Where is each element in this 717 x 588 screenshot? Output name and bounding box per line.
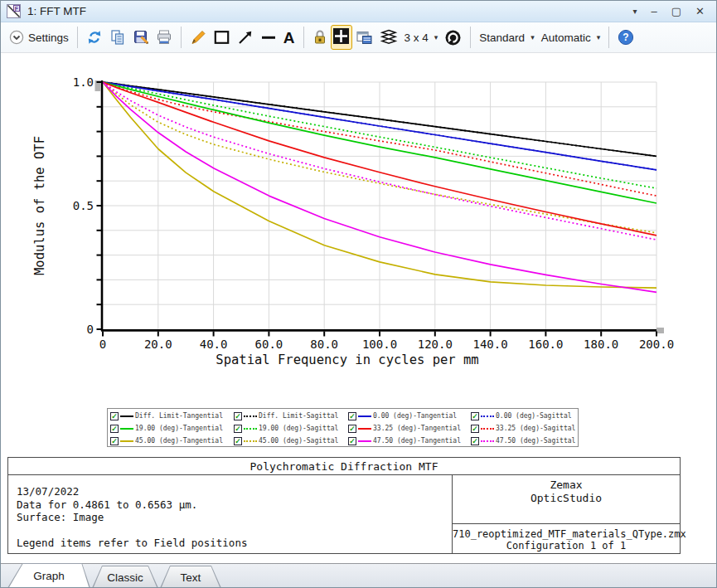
svg-text:1.0: 1.0: [73, 75, 94, 89]
chevron-down-icon: ▾: [597, 33, 601, 41]
separator: [608, 27, 609, 48]
lock-icon: [312, 29, 327, 46]
lens-file-name: 710_reoptimized_MTF_materials_QType.zmx: [453, 528, 680, 540]
legend-item: ✓33.25 (deg)-Sagittal: [471, 425, 582, 433]
analysis-info-table: Polychromatic Diffraction MTF 13/07/2022…: [7, 457, 681, 554]
rectangle-icon: [213, 29, 230, 46]
legend-swatch: [481, 440, 494, 442]
split-view-button-active[interactable]: [331, 25, 352, 50]
configuration-label: Configuration 1 of 1: [453, 540, 680, 552]
legend-label: 45.00 (deg)-Tangential: [135, 437, 223, 445]
svg-text:Modulus of the OTF: Modulus of the OTF: [32, 136, 47, 275]
titlebar: F 1: FFT MTF ▾ – ▢ ✕: [1, 1, 716, 22]
print-button[interactable]: [153, 27, 176, 47]
window-menu-button[interactable]: ▾: [633, 7, 637, 16]
separator: [470, 27, 471, 48]
legend-checkbox[interactable]: ✓: [471, 412, 479, 420]
legend-item: ✓45.00 (deg)-Tangential: [110, 437, 234, 445]
legend-swatch: [358, 415, 371, 417]
svg-text:F: F: [15, 6, 19, 12]
legend-checkbox[interactable]: ✓: [234, 412, 242, 420]
legend-label: 19.00 (deg)-Sagittal: [259, 425, 338, 432]
legend-item: ✓19.00 (deg)-Sagittal: [234, 425, 348, 433]
mtf-plot: 020.040.060.080.0100.0120.0140.0160.0180…: [1, 70, 717, 385]
svg-text:100.0: 100.0: [362, 338, 397, 351]
close-button[interactable]: ✕: [695, 6, 705, 17]
tab-classic[interactable]: Classic: [92, 566, 158, 588]
svg-text:?: ?: [623, 32, 629, 43]
pencil-tool-button[interactable]: [187, 27, 210, 47]
legend-label: 47.50 (deg)-Sagittal: [496, 437, 575, 445]
text-tool-button[interactable]: A: [280, 28, 298, 47]
arrow-icon: [237, 29, 254, 46]
legend-checkbox[interactable]: ✓: [348, 412, 356, 420]
settings-label: Settings: [28, 32, 69, 44]
settings-button[interactable]: Settings: [6, 28, 72, 46]
legend-checkbox[interactable]: ✓: [348, 425, 356, 433]
analysis-details: 13/07/2022 Data for 0.4861 to 0.6563 µm.…: [8, 475, 453, 553]
toolbar: Settings: [1, 22, 716, 53]
automatic-dropdown[interactable]: Automatic ▾: [538, 30, 604, 46]
legend-checkbox[interactable]: ✓: [110, 437, 119, 445]
refresh-icon: [86, 29, 103, 46]
save-button[interactable]: [129, 27, 153, 47]
lock-button[interactable]: [309, 27, 331, 47]
maximize-button[interactable]: ▢: [671, 6, 681, 17]
legend-checkbox[interactable]: ✓: [110, 412, 119, 420]
save-icon: [133, 29, 149, 46]
layers-button[interactable]: [376, 27, 401, 47]
brand-line2: OpticStudio: [453, 492, 680, 505]
legend-label: 47.50 (deg)-Tangential: [373, 437, 461, 445]
copy-button[interactable]: [106, 27, 129, 47]
legend-label: 45.00 (deg)-Sagittal: [259, 437, 338, 445]
legend-checkbox[interactable]: ✓: [471, 425, 479, 433]
tab-text-label: Text: [162, 566, 220, 588]
text-icon: A: [283, 30, 295, 46]
legend-label: 33.25 (deg)-Tangential: [373, 425, 461, 432]
legend-checkbox[interactable]: ✓: [348, 437, 356, 445]
window-icon: F: [7, 4, 21, 18]
grid-size-dropdown[interactable]: 3 x 4 ▾: [401, 30, 442, 46]
legend-item: ✓19.00 (deg)-Tangential: [110, 425, 234, 433]
svg-text:80.0: 80.0: [310, 338, 338, 351]
view-tabbar: Graph Classic Text: [1, 563, 716, 587]
legend-checkbox[interactable]: ✓: [110, 425, 119, 433]
svg-text:0: 0: [99, 338, 106, 351]
svg-text:120.0: 120.0: [418, 338, 453, 351]
layers-icon: [380, 29, 398, 46]
help-icon: ?: [618, 29, 634, 46]
legend-label: 33.25 (deg)-Sagittal: [496, 425, 575, 432]
svg-text:40.0: 40.0: [200, 338, 228, 351]
analysis-date: 13/07/2022: [17, 485, 452, 498]
dock-window-icon: [356, 29, 373, 46]
help-button[interactable]: ?: [614, 27, 637, 47]
tab-graph[interactable]: Graph: [7, 563, 90, 588]
svg-text:0.5: 0.5: [73, 199, 94, 212]
line-tool-button[interactable]: [257, 27, 280, 47]
legend-swatch: [358, 440, 371, 442]
dock-window-button[interactable]: [352, 27, 376, 47]
rectangle-tool-button[interactable]: [210, 27, 234, 47]
legend-item: ✓Diff. Limit-Tangential: [110, 412, 234, 420]
tab-text[interactable]: Text: [160, 566, 221, 588]
plot-legend: ✓Diff. Limit-Tangential ✓Diff. Limit-Sag…: [107, 408, 579, 447]
legend-label: 0.00 (deg)-Tangential: [373, 412, 457, 420]
analysis-title: Polychromatic Diffraction MTF: [8, 458, 680, 475]
app-brand: Zemax OpticStudio: [453, 475, 680, 524]
standard-dropdown[interactable]: Standard ▾: [476, 30, 537, 46]
chevron-down-icon: ▾: [530, 33, 535, 41]
auto-update-button[interactable]: [441, 27, 465, 48]
arrow-tool-button[interactable]: [234, 27, 257, 47]
minimize-button[interactable]: –: [652, 6, 657, 17]
legend-swatch: [120, 415, 133, 417]
legend-label: 19.00 (deg)-Tangential: [135, 425, 223, 432]
auto-update-icon: [444, 29, 462, 46]
refresh-button[interactable]: [83, 27, 106, 47]
legend-checkbox[interactable]: ✓: [234, 437, 242, 445]
svg-text:140.0: 140.0: [473, 338, 508, 351]
chevron-down-icon: ▾: [434, 33, 438, 41]
legend-item: ✓0.00 (deg)-Tangential: [348, 412, 471, 420]
legend-checkbox[interactable]: ✓: [471, 437, 479, 445]
legend-checkbox[interactable]: ✓: [234, 425, 242, 433]
svg-text:200.0: 200.0: [639, 338, 674, 351]
